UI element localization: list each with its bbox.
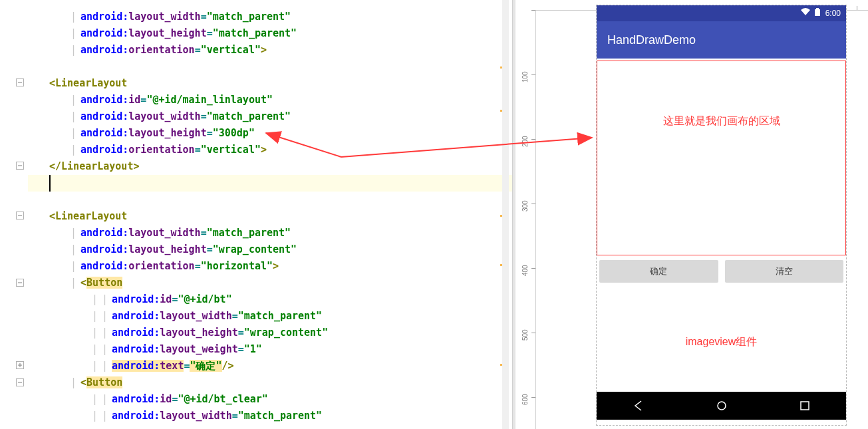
code-line[interactable]: ||android:layout_width="match_parent" (28, 408, 512, 424)
code-line[interactable]: |android:layout_height="match_parent" (28, 25, 512, 42)
canvas-area[interactable]: 这里就是我们画布的区域 (597, 61, 846, 255)
code-line[interactable]: |android:layout_width="match_parent" (28, 9, 512, 25)
fold-expand-icon[interactable] (16, 162, 25, 170)
svg-point-15 (718, 402, 726, 410)
code-line[interactable]: ||android:layout_height="wrap_content" (28, 325, 512, 341)
ruler-tick-label: 600 (522, 394, 529, 405)
device-frame: 6:00 HandDrawDemo 这里就是我们画布的区域 确定 清空 imag… (596, 5, 847, 426)
android-nav-bar (597, 392, 846, 420)
battery-icon (815, 9, 822, 18)
code-line[interactable]: |android:layout_width="match_parent" (28, 225, 512, 241)
ruler-tick-label: 200 (522, 136, 529, 147)
code-line[interactable]: |android:orientation="horizontal"> (28, 258, 512, 275)
status-time: 6:00 (825, 9, 841, 18)
fold-expand-icon[interactable] (16, 78, 25, 86)
ruler-tick-label: 300 (522, 200, 529, 212)
ruler-tick-label: 400 (522, 265, 529, 276)
code-line[interactable] (28, 192, 512, 208)
editor-gutter (0, 0, 28, 429)
code-area[interactable]: |android:id="@+id/activity_main"|android… (28, 0, 512, 429)
nav-back-icon[interactable] (633, 400, 645, 412)
nav-home-icon[interactable] (716, 400, 728, 412)
code-line[interactable]: </LinearLayout> (28, 158, 512, 175)
code-line[interactable] (28, 59, 512, 75)
code-line[interactable]: |android:orientation="vertical"> (28, 42, 512, 59)
fold-expand-icon[interactable] (16, 212, 25, 219)
ruler-vertical: 100200300400500600 (515, 10, 536, 429)
fold-collapse-icon[interactable] (16, 361, 25, 369)
code-line[interactable]: ||android:layout_width="match_parent" (28, 308, 512, 325)
confirm-button[interactable]: 确定 (599, 260, 718, 283)
fold-expand-icon[interactable] (16, 279, 25, 287)
ruler-tick-label: 500 (522, 329, 529, 341)
svg-rect-16 (801, 402, 809, 410)
clear-button[interactable]: 清空 (725, 260, 844, 283)
code-line[interactable]: |<Button (28, 275, 512, 291)
app-title: HandDrawDemo (607, 33, 696, 47)
code-line[interactable]: <LinearLayout (28, 75, 512, 92)
imageview-annotation: imageview组件 (597, 337, 846, 347)
code-line[interactable] (28, 175, 512, 192)
wifi-icon (801, 9, 812, 18)
code-line[interactable]: |android:id="@+id/main_linlayout" (28, 92, 512, 108)
code-line[interactable]: |<Button (28, 374, 512, 391)
fold-expand-icon[interactable] (16, 378, 25, 386)
code-line[interactable]: |android:orientation="vertical"> (28, 142, 512, 158)
canvas-annotation: 这里就是我们画布的区域 (597, 116, 845, 126)
nav-recent-icon[interactable] (799, 400, 811, 412)
app-action-bar: HandDrawDemo (597, 21, 846, 59)
svg-rect-13 (815, 9, 820, 16)
code-line[interactable]: |android:layout_height="300dp" (28, 125, 512, 142)
svg-rect-14 (816, 8, 819, 9)
ruler-tick-label: 100 (522, 71, 529, 82)
code-line[interactable]: |android:layout_height="wrap_content" (28, 241, 512, 258)
code-line[interactable]: ||android:id="@+id/bt_clear" (28, 391, 512, 408)
code-line[interactable]: |android:id="@+id/activity_main" (28, 0, 512, 1)
code-line[interactable]: ||android:id="@+id/bt" (28, 291, 512, 308)
code-line[interactable]: ||android:text="确定"/> (28, 358, 512, 374)
status-bar: 6:00 (597, 5, 846, 21)
code-line[interactable]: |android:layout_width="match_parent" (28, 108, 512, 125)
layout-preview-pane: 100200300400500600 6:00 HandDrawDemo 这里就… (515, 0, 868, 429)
button-row: 确定 清空 (599, 260, 843, 283)
code-editor-pane[interactable]: |android:id="@+id/activity_main"|android… (0, 0, 512, 429)
code-line[interactable]: ||android:layout_weight="1" (28, 341, 512, 358)
editor-scrollbar[interactable] (502, 0, 509, 429)
code-line[interactable]: <LinearLayout (28, 208, 512, 225)
